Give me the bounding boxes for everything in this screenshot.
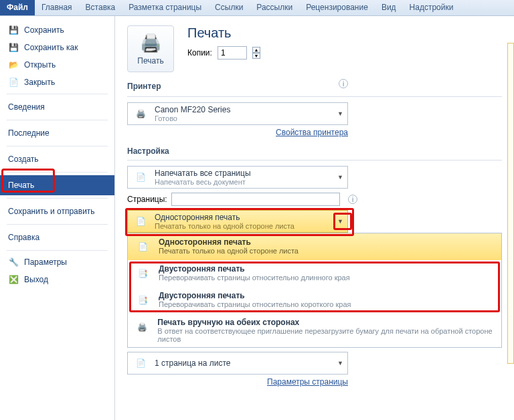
sidebar-exit[interactable]: ❎ Выход	[0, 271, 114, 288]
pages-icon: 📄	[132, 169, 149, 186]
duplex-line2: Печатать только на одной стороне листа	[155, 222, 332, 230]
info-icon[interactable]: i	[348, 195, 357, 204]
per-sheet-label: 1 страница на листе	[155, 358, 332, 368]
page-flip-short-icon: 📑	[133, 291, 152, 310]
printer-properties-link[interactable]: Свойства принтера	[276, 128, 348, 137]
pages-label: Страницы:	[127, 195, 167, 204]
printer-status: Готово	[155, 114, 332, 122]
sidebar-save-as[interactable]: 💾 Сохранить как	[0, 39, 114, 56]
sidebar-new[interactable]: Создать	[0, 149, 114, 169]
tab-file[interactable]: Файл	[0, 0, 35, 15]
tab-review[interactable]: Рецензирование	[299, 0, 375, 15]
duplex-selector[interactable]: 📄 Односторонняя печать Печатать только н…	[127, 210, 348, 233]
printer-heading: Принтер	[127, 82, 335, 91]
save-as-icon: 💾	[8, 42, 19, 53]
settings-heading: Настройка	[127, 146, 502, 156]
sidebar-label: Выход	[24, 275, 48, 284]
copies-input[interactable]	[218, 46, 247, 60]
close-doc-icon: 📄	[8, 77, 19, 88]
page-single-icon: 📄	[132, 213, 149, 230]
sidebar-open[interactable]: 📂 Открыть	[0, 56, 114, 74]
tab-view[interactable]: Вид	[375, 0, 403, 15]
exit-icon: ❎	[8, 274, 19, 285]
page-flip-long-icon: 📑	[133, 264, 152, 283]
sidebar-send[interactable]: Сохранить и отправить	[0, 201, 114, 221]
print-button[interactable]: 🖨️ Печать	[127, 25, 174, 72]
tab-home[interactable]: Главная	[35, 0, 79, 15]
opt-title: Двусторонняя печать	[159, 291, 351, 300]
ribbon-tabs: Файл Главная Вставка Разметка страницы С…	[0, 0, 514, 16]
sidebar-label: Закрыть	[24, 78, 55, 87]
chevron-down-icon: ▼	[337, 360, 343, 366]
open-icon: 📂	[8, 60, 19, 70]
options-icon: 🔧	[8, 257, 19, 268]
chevron-down-icon: ▼	[337, 110, 343, 117]
print-scope-selector[interactable]: 📄 Напечатать все страницы Напечатать вес…	[127, 166, 348, 189]
chevron-down-icon: ▼	[337, 218, 343, 225]
tab-addins[interactable]: Надстройки	[403, 0, 460, 15]
duplex-option-single[interactable]: 📄 Односторонняя печать Печатать только н…	[128, 233, 501, 260]
sidebar-recent[interactable]: Последние	[0, 123, 114, 143]
page-grid-icon: 📄	[132, 354, 149, 372]
sidebar-close[interactable]: 📄 Закрыть	[0, 74, 114, 91]
sidebar-info[interactable]: Сведения	[0, 97, 114, 117]
scope-line2: Напечатать весь документ	[155, 178, 332, 186]
scope-line1: Напечатать все страницы	[155, 169, 332, 178]
printer-manual-icon: 🖨️	[133, 318, 151, 336]
sidebar-options[interactable]: 🔧 Параметры	[0, 253, 114, 271]
sidebar-label: Сохранить	[24, 25, 64, 35]
printer-name: Canon MF220 Series	[155, 105, 332, 114]
pages-per-sheet-selector[interactable]: 📄 1 страница на листе ▼	[127, 352, 348, 375]
opt-title: Двусторонняя печать	[159, 264, 350, 274]
sidebar-label: Параметры	[24, 257, 67, 267]
sidebar-save[interactable]: 💾 Сохранить	[0, 21, 114, 39]
copies-label: Копии:	[187, 48, 212, 58]
tab-references[interactable]: Ссылки	[208, 0, 250, 15]
printer-device-icon: 🖨️	[132, 105, 149, 122]
duplex-line1: Односторонняя печать	[155, 213, 332, 222]
sidebar-label: Сохранить как	[24, 43, 78, 52]
printer-selector[interactable]: 🖨️ Canon MF220 Series Готово ▼	[127, 102, 348, 125]
duplex-dropdown-list: 📄 Односторонняя печать Печатать только н…	[127, 233, 502, 348]
duplex-option-short-edge[interactable]: 📑 Двусторонняя печать Переворачивать стр…	[128, 287, 501, 314]
opt-sub: Печатать только на одной стороне листа	[159, 247, 298, 255]
backstage-sidebar: 💾 Сохранить 💾 Сохранить как 📂 Открыть 📄 …	[0, 16, 115, 420]
tab-insert[interactable]: Вставка	[79, 0, 122, 15]
printer-icon: 🖨️	[140, 33, 161, 54]
opt-title: Односторонняя печать	[159, 237, 298, 247]
tab-page-layout[interactable]: Разметка страницы	[122, 0, 208, 15]
opt-title: Печать вручную на обеих сторонах	[157, 318, 496, 327]
sidebar-help[interactable]: Справка	[0, 227, 114, 247]
save-icon: 💾	[8, 25, 19, 35]
opt-sub: В ответ на соответствующее приглашение п…	[157, 327, 496, 343]
print-heading: Печать	[187, 25, 260, 41]
chevron-down-icon: ▼	[337, 174, 343, 181]
info-icon[interactable]: i	[339, 79, 348, 88]
duplex-option-manual[interactable]: 🖨️ Печать вручную на обеих сторонах В от…	[128, 314, 501, 347]
tab-mailings[interactable]: Рассылки	[250, 0, 299, 15]
sidebar-print[interactable]: Печать	[0, 175, 114, 195]
opt-sub: Переворачивать страницы относительно кор…	[159, 300, 351, 308]
page-single-icon: 📄	[133, 237, 152, 256]
pages-input[interactable]	[171, 193, 340, 206]
copies-spinner[interactable]: ▲▼	[252, 47, 260, 59]
page-setup-link[interactable]: Параметры страницы	[267, 377, 348, 387]
duplex-option-long-edge[interactable]: 📑 Двусторонняя печать Переворачивать стр…	[128, 260, 501, 287]
print-button-label: Печать	[137, 56, 163, 66]
opt-sub: Переворачивать страницы относительно дли…	[159, 274, 350, 282]
print-preview-edge	[507, 43, 514, 364]
print-backstage: 🖨️ Печать Печать Копии: ▲▼ Принтер i 🖨️ …	[115, 16, 514, 420]
sidebar-label: Открыть	[24, 60, 56, 70]
